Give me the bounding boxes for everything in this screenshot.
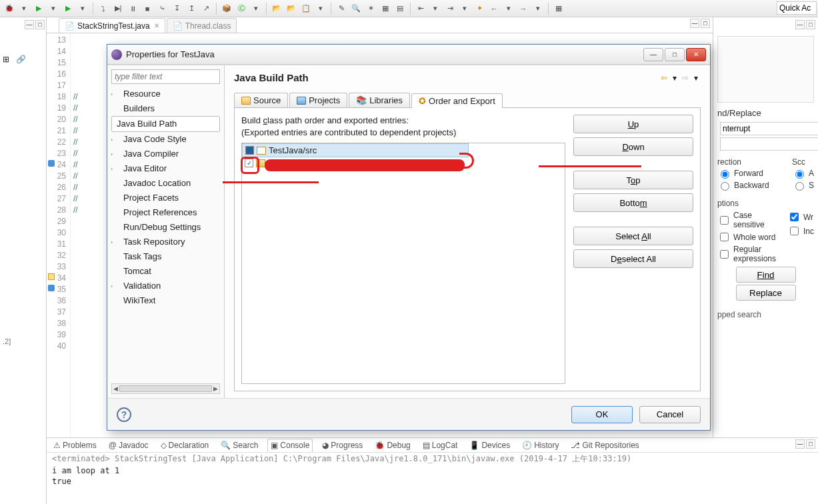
dropdown-icon[interactable]: ▾ <box>314 2 327 15</box>
tree-item[interactable]: Project References <box>111 205 220 220</box>
forward-radio[interactable]: Forward <box>717 168 787 179</box>
export-checkbox[interactable] <box>245 146 254 155</box>
deselect-all-button[interactable]: Deselect All <box>573 249 693 268</box>
replace-input[interactable] <box>720 137 818 151</box>
editor-tab-inactive[interactable]: 📄 Thread.class <box>167 18 237 33</box>
tree-item[interactable]: Run/Debug Settings <box>111 220 220 235</box>
dropdown-icon[interactable]: ▾ <box>249 2 263 15</box>
horizontal-scrollbar[interactable]: ◀▶ <box>111 383 220 394</box>
outline-icon[interactable]: ⊞ <box>3 55 12 64</box>
tool-icon[interactable]: ▶| <box>111 2 125 15</box>
tree-item[interactable]: Task Tags <box>111 249 220 264</box>
tab-logcat[interactable]: ▤LogCat <box>420 439 461 451</box>
tool-icon[interactable]: ▤ <box>393 2 407 15</box>
tree-item[interactable]: Java Build Path <box>111 116 220 132</box>
minimize-icon[interactable]: — <box>795 20 805 29</box>
dialog-titlebar[interactable]: Properties for TestJava — □ ✕ <box>107 45 710 65</box>
maximize-icon[interactable]: □ <box>806 20 815 29</box>
tool-icon[interactable]: ↧ <box>170 2 183 15</box>
dropdown-icon[interactable]: ▾ <box>458 2 471 15</box>
find-button[interactable]: Find <box>736 267 796 283</box>
scope-sel-radio[interactable]: S <box>792 180 814 191</box>
help-icon[interactable]: ? <box>117 407 131 422</box>
tool-icon[interactable]: ✶ <box>364 2 377 15</box>
incremental-check[interactable]: Inc <box>787 225 814 237</box>
case-sensitive-check[interactable]: Case sensitive <box>717 211 783 229</box>
tree-item[interactable]: Java Editor <box>111 161 220 176</box>
gutter-marker[interactable] <box>48 160 55 167</box>
minimize-icon[interactable]: — <box>795 439 805 449</box>
debug-icon[interactable]: 🐞 <box>3 2 16 15</box>
tab-search[interactable]: 🔍Search <box>218 439 261 451</box>
run-icon[interactable]: ▶ <box>32 2 45 15</box>
dropdown-icon[interactable]: ▾ <box>76 2 89 15</box>
dropdown-icon[interactable]: ▾ <box>17 2 31 15</box>
close-icon[interactable]: ✕ <box>154 22 159 29</box>
tab-gitrepos[interactable]: ⎇Git Repositories <box>568 439 641 451</box>
nav-back-icon[interactable]: ⇦ <box>659 73 669 83</box>
tab-declaration[interactable]: ◇Declaration <box>158 439 212 451</box>
quick-access-input[interactable] <box>777 1 817 15</box>
down-button[interactable]: Down <box>573 137 693 156</box>
tool-icon[interactable]: ← <box>487 2 501 15</box>
tool-icon[interactable]: ▦ <box>552 2 565 15</box>
tree-item[interactable]: Java Compiler <box>111 147 220 161</box>
tool-icon[interactable]: 📋 <box>299 2 313 15</box>
maximize-icon[interactable]: □ <box>806 439 815 449</box>
find-input[interactable] <box>720 122 818 135</box>
nav-forward-icon[interactable]: ⇨ <box>681 73 690 83</box>
tool-icon[interactable]: ⤵ <box>97 2 110 15</box>
wrap-check[interactable]: Wr <box>787 211 814 223</box>
tab-progress[interactable]: ◕Progress <box>319 439 365 451</box>
close-button[interactable]: ✕ <box>686 48 706 61</box>
tool-icon[interactable]: ⇤ <box>414 2 427 15</box>
dropdown-icon[interactable]: ▾ <box>47 2 60 15</box>
ok-button[interactable]: OK <box>571 406 633 423</box>
tool-icon[interactable]: → <box>517 2 530 15</box>
tool-icon[interactable]: ⤷ <box>155 2 169 15</box>
tool-icon[interactable]: ↗ <box>199 2 213 15</box>
tree-item[interactable]: Task Repository <box>111 235 220 249</box>
tool-icon[interactable]: ✦ <box>473 2 486 15</box>
new-class-icon[interactable]: Ⓒ <box>235 2 248 15</box>
tree-item[interactable]: Resource <box>111 87 220 101</box>
scope-all-radio[interactable]: A <box>792 168 814 179</box>
dropdown-icon[interactable]: ▾ <box>502 2 515 15</box>
tree-item[interactable]: Tomcat <box>111 264 220 279</box>
select-all-button[interactable]: Select All <box>573 227 693 245</box>
gutter-marker[interactable] <box>48 273 55 280</box>
regex-check[interactable]: Regular expressions <box>717 245 783 263</box>
tree-item[interactable]: Builders <box>111 101 220 116</box>
tab-source[interactable]: Source <box>234 93 288 107</box>
tree-item[interactable]: Java Code Style <box>111 132 220 147</box>
bottom-button[interactable]: Bottom <box>573 193 693 212</box>
tab-order-export[interactable]: ✪Order and Export <box>411 93 503 108</box>
tab-debug[interactable]: 🐞Debug <box>372 439 413 451</box>
backward-radio[interactable]: Backward <box>717 180 787 191</box>
tree-item[interactable]: Validation <box>111 279 220 293</box>
open-task-icon[interactable]: 📂 <box>285 2 298 15</box>
tab-javadoc[interactable]: @Javadoc <box>106 439 151 451</box>
tool-icon[interactable]: ⏸ <box>126 2 139 15</box>
up-button[interactable]: Up <box>573 115 693 133</box>
filter-input[interactable] <box>111 69 220 84</box>
tab-history[interactable]: 🕘History <box>519 439 561 451</box>
tree-item[interactable]: Project Facets <box>111 191 220 205</box>
tab-console[interactable]: ▣Console <box>267 439 313 452</box>
maximize-button[interactable]: □ <box>665 48 685 61</box>
link-icon[interactable]: 🔗 <box>16 55 25 64</box>
maximize-icon[interactable]: □ <box>35 20 45 29</box>
tool-icon[interactable]: ↥ <box>185 2 198 15</box>
maximize-icon[interactable]: □ <box>701 19 710 28</box>
dropdown-icon[interactable]: ▾ <box>691 73 701 83</box>
order-list[interactable]: TestJava/src <box>241 143 565 384</box>
minimize-icon[interactable]: — <box>25 20 34 29</box>
tab-devices[interactable]: 📱Devices <box>467 439 513 451</box>
tool-icon[interactable]: ✎ <box>335 2 348 15</box>
whole-word-check[interactable]: Whole word <box>717 231 783 243</box>
gutter-marker[interactable] <box>48 285 55 291</box>
new-package-icon[interactable]: 📦 <box>220 2 233 15</box>
top-button[interactable]: Top <box>573 171 693 189</box>
dropdown-icon[interactable]: ▾ <box>670 73 679 83</box>
tree-item[interactable]: WikiText <box>111 293 220 308</box>
